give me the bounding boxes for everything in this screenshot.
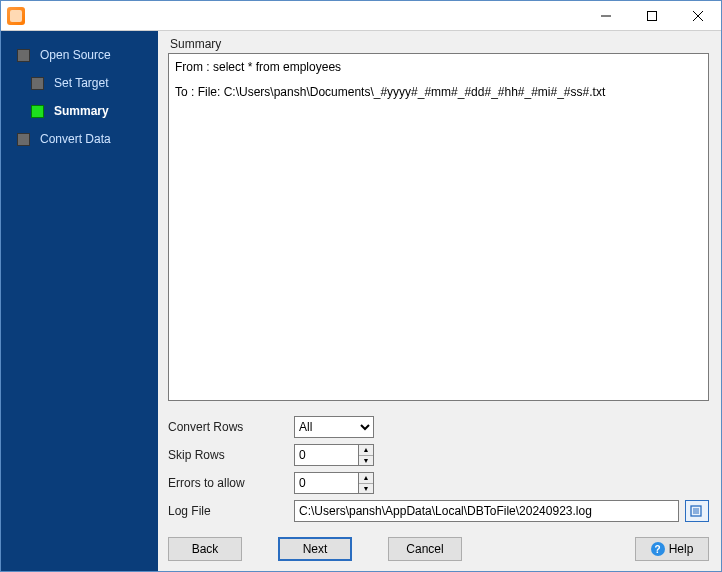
step-label: Open Source	[40, 48, 111, 62]
maximize-icon	[647, 11, 657, 21]
spin-down-icon[interactable]: ▼	[359, 484, 373, 494]
errors-allow-input[interactable]	[294, 472, 358, 494]
back-button[interactable]: Back	[168, 537, 242, 561]
step-summary[interactable]: Summary	[1, 97, 158, 125]
step-marker-icon	[31, 77, 44, 90]
help-label: Help	[669, 542, 694, 556]
summary-to-line: To : File: C:\Users\pansh\Documents\_#yy…	[175, 83, 702, 102]
step-set-target[interactable]: Set Target	[1, 69, 158, 97]
spin-up-icon[interactable]: ▲	[359, 445, 373, 456]
main-panel: Summary From : select * from employees T…	[158, 31, 721, 571]
wizard-steps-sidebar: Open Source Set Target Summary Convert D…	[1, 31, 158, 571]
close-button[interactable]	[675, 1, 721, 31]
spin-down-icon[interactable]: ▼	[359, 456, 373, 466]
app-icon	[7, 7, 25, 25]
minimize-icon	[601, 11, 611, 21]
errors-allow-label: Errors to allow	[168, 476, 294, 490]
step-label: Convert Data	[40, 132, 111, 146]
wizard-window: Open Source Set Target Summary Convert D…	[0, 0, 722, 572]
step-label: Summary	[54, 104, 109, 118]
log-file-input[interactable]	[294, 500, 679, 522]
body: Open Source Set Target Summary Convert D…	[1, 31, 721, 571]
log-file-browse-button[interactable]	[685, 500, 709, 522]
maximize-button[interactable]	[629, 1, 675, 31]
options-panel: Convert Rows All Skip Rows ▲ ▼	[168, 413, 709, 525]
titlebar	[1, 1, 721, 31]
convert-rows-label: Convert Rows	[168, 420, 294, 434]
summary-from-line: From : select * from employees	[175, 58, 702, 77]
step-label: Set Target	[54, 76, 108, 90]
help-icon: ?	[651, 542, 665, 556]
next-button[interactable]: Next	[278, 537, 352, 561]
step-open-source[interactable]: Open Source	[1, 41, 158, 69]
summary-textarea[interactable]: From : select * from employees To : File…	[168, 53, 709, 401]
step-marker-icon	[17, 49, 30, 62]
log-file-label: Log File	[168, 504, 294, 518]
svg-rect-1	[648, 11, 657, 20]
skip-rows-spinner[interactable]: ▲ ▼	[294, 444, 374, 466]
convert-rows-select[interactable]: All	[294, 416, 374, 438]
browse-icon	[690, 504, 704, 518]
wizard-footer: Back Next Cancel ? Help	[168, 525, 709, 561]
minimize-button[interactable]	[583, 1, 629, 31]
spin-up-icon[interactable]: ▲	[359, 473, 373, 484]
close-icon	[693, 11, 703, 21]
errors-allow-spinner[interactable]: ▲ ▼	[294, 472, 374, 494]
step-convert-data[interactable]: Convert Data	[1, 125, 158, 153]
skip-rows-input[interactable]	[294, 444, 358, 466]
skip-rows-label: Skip Rows	[168, 448, 294, 462]
cancel-button[interactable]: Cancel	[388, 537, 462, 561]
step-marker-icon	[17, 133, 30, 146]
help-button[interactable]: ? Help	[635, 537, 709, 561]
summary-heading: Summary	[170, 37, 709, 51]
step-marker-icon	[31, 105, 44, 118]
